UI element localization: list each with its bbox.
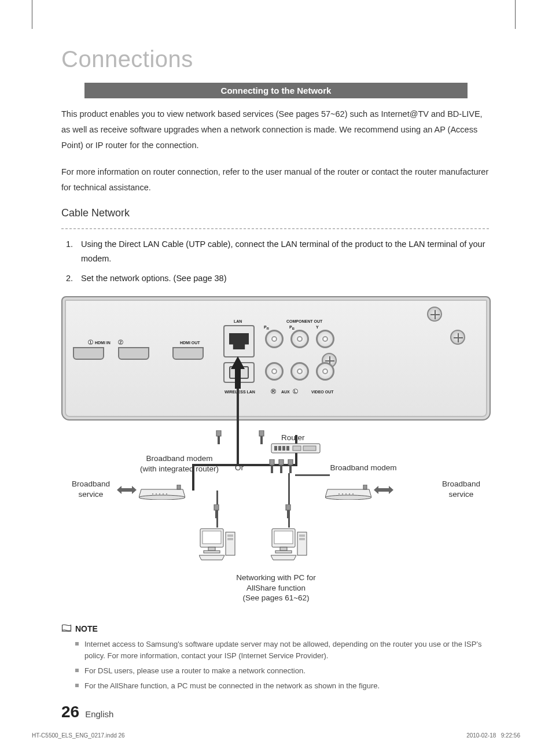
svg-rect-2 [259,430,264,436]
print-timestamp: 2010-02-18 9:22:56 [466,732,520,739]
svg-rect-7 [282,446,285,451]
cable-line [237,389,239,464]
plug-icon [287,459,294,473]
svg-rect-41 [227,538,233,540]
hdmi-ports [73,347,204,360]
rca-aux-l [290,362,309,381]
step-item: Using the Direct LAN Cable (UTP cable), … [66,237,491,265]
svg-rect-19 [363,485,367,489]
svg-rect-37 [208,547,215,551]
double-arrow-icon [374,486,393,494]
chapter-title: Connections [61,46,491,72]
screw-icon [450,330,465,345]
label-broadband-service-left: Broadband service [59,479,123,499]
plug-icon [215,430,222,444]
port-label-hdmi-out: HDMI OUT [180,341,200,345]
svg-point-23 [349,493,350,495]
aux-r-label: R [271,389,276,394]
svg-rect-30 [289,465,292,473]
label-text: Networking with PC for [236,573,315,582]
hdmi-in-2-port [118,347,149,360]
svg-rect-6 [278,446,281,451]
svg-rect-48 [299,538,305,540]
svg-rect-34 [287,510,289,518]
aux-video-rca-group [265,362,334,381]
svg-rect-8 [286,446,289,451]
rca-pb-label: PB [289,325,295,330]
port-label-wireless-lan: WIRELESS LAN [225,390,255,394]
aux-l-label: L [293,389,298,394]
svg-point-18 [325,495,371,500]
svg-point-22 [345,493,347,495]
lan-port [223,325,255,357]
modem-icon [325,485,371,500]
page-number: 26 [61,703,79,721]
svg-rect-45 [275,551,292,553]
section-banner: Connecting to the Network [84,83,468,98]
pc-icon [271,528,308,561]
plug-icon [258,430,265,444]
modem-icon [139,485,185,500]
svg-point-20 [338,493,340,495]
note-icon [61,624,72,634]
svg-rect-12 [177,485,181,489]
cable-line [288,473,290,528]
double-arrow-icon [117,486,137,494]
port-label-aux: AUX [281,390,290,394]
rca-pb [290,330,309,348]
plug-icon [285,504,292,518]
label-text: (See pages 61~62) [242,593,309,602]
router-icon [271,443,321,453]
label-router: Router [281,433,305,443]
svg-rect-43 [274,531,293,544]
svg-point-24 [352,493,354,495]
svg-rect-0 [216,430,221,436]
svg-point-15 [159,493,160,495]
screw-icon [427,307,442,322]
arrow-up-icon [231,356,245,389]
svg-rect-29 [288,459,293,465]
svg-point-21 [342,493,343,495]
step-item: Set the network options. (See page 38) [66,271,491,286]
port-label-component-out: COMPONENT OUT [286,319,322,323]
plug-icon [268,459,275,473]
cable-line [295,474,330,476]
rca-y [316,330,334,348]
divider [61,228,491,229]
rca-y-label: Y [316,325,319,329]
port-label-hdmi-in: HDMI IN [95,341,111,345]
label-broadband-modem: Broadband modem [317,463,410,473]
svg-rect-38 [204,551,220,553]
device-back-panel: HDMI IN 1 2 HDMI OUT LAN WIRELESS LAN CO… [61,296,491,421]
svg-point-13 [152,493,153,495]
svg-rect-40 [227,534,233,537]
svg-rect-28 [280,465,282,473]
label-text: AllShare function [246,584,306,592]
svg-rect-32 [215,510,218,518]
svg-point-11 [139,495,185,500]
pc-icon [199,528,236,561]
svg-rect-5 [274,446,277,451]
svg-point-17 [166,493,167,495]
rca-pr [265,330,284,348]
label-broadband-service-right: Broadband service [429,479,493,499]
svg-rect-10 [303,446,316,451]
intro-paragraph-1: This product enables you to view network… [61,106,491,153]
plug-icon [278,459,285,473]
label-networking-caption: Networking with PC for AllShare function… [61,573,491,603]
notes-list: Internet access to Samsung's software up… [61,639,491,692]
connection-diagram: HDMI IN 1 2 HDMI OUT LAN WIRELESS LAN CO… [61,296,491,617]
svg-rect-44 [280,547,287,551]
svg-point-14 [156,493,157,495]
port-label-video-out: VIDEO OUT [311,390,334,394]
svg-point-16 [163,493,164,495]
print-footer: HT-C5500_ELS_ENG_0217.indd 26 2010-02-18… [32,732,520,739]
label-text: Broadband modem [146,454,213,463]
rca-pr-label: PR [264,325,269,330]
svg-rect-9 [293,446,301,451]
svg-rect-47 [299,534,305,537]
note-item: For the AllShare function, a PC must be … [75,680,491,692]
svg-rect-36 [203,531,221,544]
component-rca-group [265,330,334,348]
svg-rect-3 [260,436,263,444]
